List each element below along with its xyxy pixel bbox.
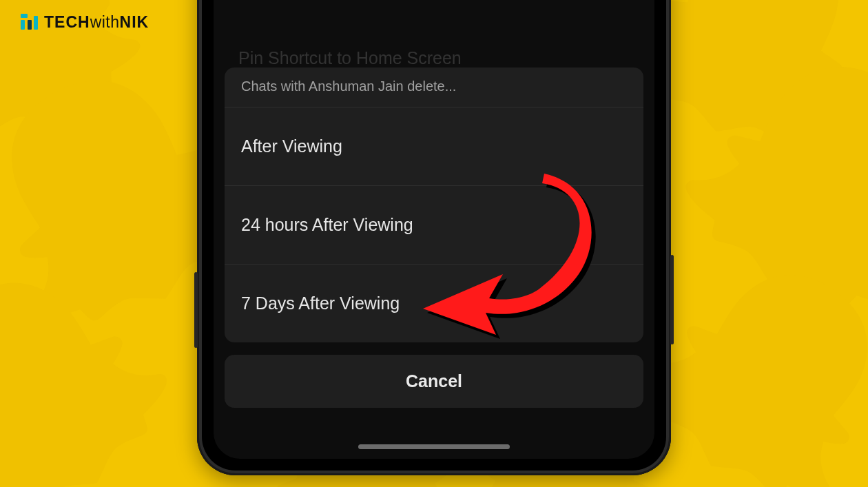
action-sheet-header-text: Chats with Anshuman Jain delete... (241, 79, 456, 94)
phone-frame: Pin Shortcut to Home Screen Chats with A… (197, 0, 671, 475)
home-indicator[interactable] (358, 444, 510, 449)
logo-mark-icon (19, 12, 39, 32)
brand-nik: NIK (120, 13, 149, 31)
cancel-button-label: Cancel (406, 371, 462, 391)
phone-side-button-right (670, 255, 674, 344)
action-sheet-header: Chats with Anshuman Jain delete... (225, 68, 643, 107)
svg-rect-0 (21, 14, 28, 18)
cancel-button[interactable]: Cancel (225, 355, 643, 408)
brand-with: with (90, 13, 120, 31)
brand-logo: TECHwithNIK (19, 12, 149, 32)
option-24h-after-viewing-label: 24 hours After Viewing (241, 215, 413, 234)
option-after-viewing[interactable]: After Viewing (225, 107, 643, 186)
page-stage: TECHwithNIK Pin Shortcut to Home Screen … (0, 0, 868, 487)
svg-rect-3 (34, 16, 38, 30)
option-24h-after-viewing[interactable]: 24 hours After Viewing (225, 186, 643, 265)
phone-side-button-left (194, 272, 198, 348)
menu-item-pin-shortcut[interactable]: Pin Shortcut to Home Screen (214, 48, 654, 68)
option-7days-after-viewing[interactable]: 7 Days After Viewing (225, 265, 643, 342)
brand-tech: TECH (44, 13, 90, 31)
action-sheet-panel: Chats with Anshuman Jain delete... After… (225, 68, 643, 342)
svg-rect-1 (21, 20, 25, 30)
brand-text: TECHwithNIK (44, 13, 149, 32)
phone-screen: Pin Shortcut to Home Screen Chats with A… (214, 0, 654, 459)
action-sheet: Chats with Anshuman Jain delete... After… (225, 68, 643, 408)
option-after-viewing-label: After Viewing (241, 136, 342, 156)
option-7days-after-viewing-label: 7 Days After Viewing (241, 293, 400, 313)
menu-item-pin-shortcut-label: Pin Shortcut to Home Screen (238, 48, 462, 68)
svg-rect-2 (28, 20, 32, 30)
